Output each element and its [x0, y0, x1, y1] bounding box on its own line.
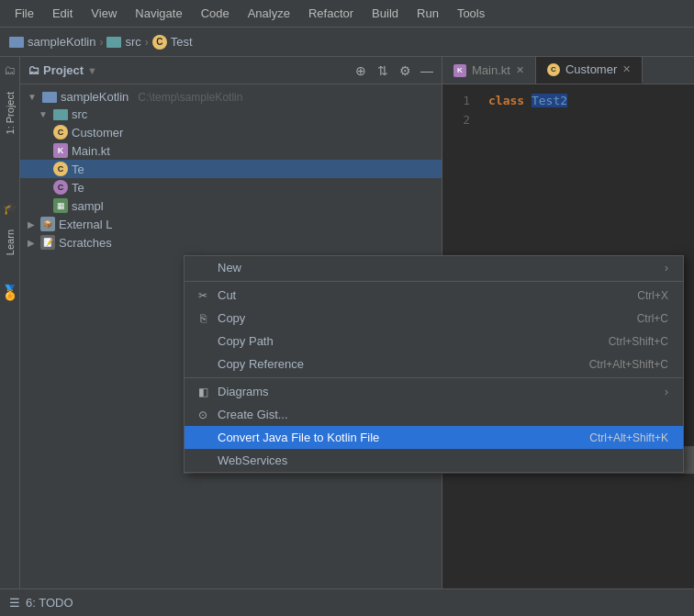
tree-main-kt[interactable]: K Main.kt — [20, 141, 442, 160]
test-c2-icon: C — [53, 180, 68, 195]
ctx-sep-1 — [185, 281, 683, 282]
ctx-copy-icon: ⎘ — [194, 312, 212, 325]
ctx-new-arrow: › — [665, 262, 668, 274]
left-panel-tabs: 🗂 1: Project 🎓 Learn 🏅 — [0, 57, 20, 588]
project-toolbar: 🗂 Project ▼ ⊕ ⇅ ⚙ — — [20, 57, 442, 84]
ctx-gist[interactable]: ⊙ Create Gist... — [185, 403, 683, 426]
ctx-webservices[interactable]: WebServices — [185, 449, 683, 472]
code-line-1: class Test2 — [488, 92, 694, 111]
tab-close-main[interactable]: ✕ — [516, 64, 524, 76]
project-folder-icon2: 🗂 — [28, 63, 39, 77]
tree-customer[interactable]: C Customer — [20, 123, 442, 141]
tree-test-customer[interactable]: C Te — [20, 178, 442, 196]
menu-view[interactable]: View — [84, 5, 124, 22]
ctx-diagrams-icon: ◧ — [194, 386, 212, 398]
tab-project[interactable]: 1: Project — [3, 83, 17, 143]
tab-learn[interactable]: Learn — [3, 220, 17, 264]
tab-main-kt[interactable]: K Main.kt ✕ — [442, 57, 536, 84]
menu-file[interactable]: File — [7, 5, 41, 22]
ctx-copy[interactable]: ⎘ Copy Ctrl+C — [185, 307, 683, 330]
src-icon — [53, 109, 68, 120]
breadcrumb-src[interactable]: src — [125, 35, 140, 49]
toolbar-minimize-icon[interactable]: — — [420, 63, 434, 78]
menu-code[interactable]: Code — [194, 5, 237, 22]
customer-c-icon: C — [53, 125, 68, 140]
project-panel-title: 🗂 Project ▼ — [28, 63, 97, 77]
toolbar-settings-icon[interactable]: ⚙ — [397, 63, 412, 78]
menu-run[interactable]: Run — [409, 5, 446, 22]
tree-sampl[interactable]: ▦ sampl — [20, 196, 442, 215]
ctx-diagrams[interactable]: ◧ Diagrams › — [185, 380, 683, 403]
tab-kt-icon: K — [453, 64, 466, 77]
ctx-copy-ref[interactable]: Copy Reference Ctrl+Alt+Shift+C — [185, 353, 683, 375]
menu-build[interactable]: Build — [364, 5, 406, 22]
tree-test-c[interactable]: C Te — [20, 160, 442, 178]
menubar: File Edit View Navigate Code Analyze Ref… — [0, 0, 694, 28]
ctx-cut-icon: ✂ — [194, 289, 212, 302]
menu-edit[interactable]: Edit — [45, 5, 80, 22]
code-line-2 — [488, 111, 694, 130]
breadcrumb-project[interactable]: sampleKotlin — [28, 35, 95, 49]
status-bar: ☰ 6: TODO — [0, 588, 694, 616]
menu-tools[interactable]: Tools — [450, 5, 492, 22]
panel-icon-1[interactable]: 🗂 — [1, 61, 19, 79]
editor-tabs: K Main.kt ✕ C Customer ✕ — [442, 57, 694, 84]
src-folder-icon — [106, 37, 121, 48]
ctx-sep-2 — [185, 377, 683, 378]
c-badge-icon: C — [152, 35, 167, 50]
ctx-new[interactable]: New › — [185, 256, 683, 279]
ctx-diagrams-arrow: › — [665, 386, 668, 398]
scratches-icon: 📝 — [40, 235, 55, 250]
panel-icon-badge[interactable]: 🏅 — [1, 284, 19, 302]
menu-analyze[interactable]: Analyze — [241, 5, 297, 22]
breadcrumb: sampleKotlin › src › C Test — [0, 28, 694, 57]
ctx-copy-path[interactable]: Copy Path Ctrl+Shift+C — [185, 330, 683, 353]
toolbar-target-icon[interactable]: ⊕ — [353, 63, 368, 78]
tab-close-customer[interactable]: ✕ — [622, 63, 631, 75]
tab-c-icon: C — [547, 63, 560, 76]
root-path: C:\temp\sampleKotlin — [138, 91, 242, 104]
todo-icon: ☰ — [9, 596, 20, 610]
panel-icon-learn[interactable]: 🎓 — [1, 198, 19, 217]
tree-scratches[interactable]: ▶ 📝 Scratches — [20, 233, 442, 252]
test-c-icon: C — [53, 162, 68, 176]
gradle-icon: ▦ — [53, 198, 68, 213]
context-menu: New › ✂ Cut Ctrl+X ⎘ Copy Ctrl+C Copy Pa… — [184, 255, 684, 473]
tree-root[interactable]: ▼ sampleKotlin C:\temp\sampleKotlin — [20, 88, 442, 106]
menu-navigate[interactable]: Navigate — [128, 5, 189, 22]
ctx-convert-kotlin[interactable]: Convert Java File to Kotlin File Ctrl+Al… — [185, 426, 683, 449]
project-folder-icon — [9, 37, 24, 48]
breadcrumb-file[interactable]: Test — [171, 35, 193, 49]
ext-icon: 📦 — [40, 217, 55, 231]
menu-refactor[interactable]: Refactor — [301, 5, 361, 22]
todo-button[interactable]: ☰ 6: TODO — [9, 596, 73, 610]
folder-icon — [42, 92, 57, 103]
ctx-gist-icon: ⊙ — [194, 409, 212, 421]
tab-customer[interactable]: C Customer ✕ — [536, 57, 643, 84]
tree-external[interactable]: ▶ 📦 External L — [20, 215, 442, 233]
tree-src[interactable]: ▼ src — [20, 106, 442, 123]
ctx-cut[interactable]: ✂ Cut Ctrl+X — [185, 284, 683, 307]
kt-icon: K — [53, 143, 68, 158]
toolbar-collapse-icon[interactable]: ⇅ — [375, 63, 390, 78]
